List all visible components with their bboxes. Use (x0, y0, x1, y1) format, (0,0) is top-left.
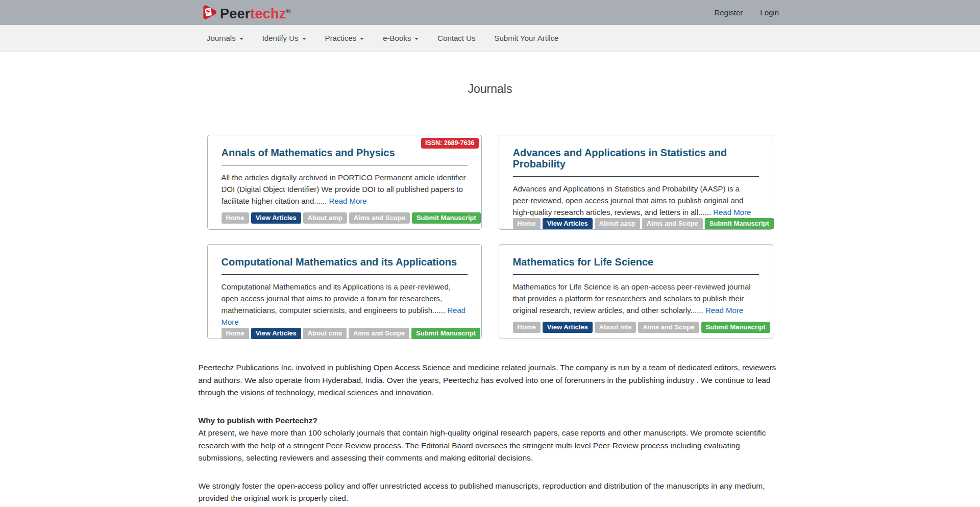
about-journal-button[interactable]: About cma (303, 328, 347, 339)
main-nav: Journals Identify Us Practices e-Books C… (0, 25, 980, 52)
journal-actions: Home View Articles About cma Aims and Sc… (222, 328, 468, 340)
view-articles-button[interactable]: View Articles (543, 218, 593, 229)
submit-manuscript-button[interactable]: Submit Manuscript (411, 328, 480, 339)
nav-ebooks[interactable]: e-Books (383, 34, 419, 42)
nav-submit-your-article[interactable]: Submit Your Artilce (495, 34, 559, 42)
journal-card-grid: ISSN: 2689-7636 Annals of Mathematics an… (207, 135, 773, 339)
home-button[interactable]: Home (222, 212, 249, 224)
about-journal-button[interactable]: About aasp (595, 218, 640, 229)
journal-title-link[interactable]: Annals of Mathematics and Physics (222, 147, 468, 158)
read-more-link[interactable]: Read More (705, 306, 743, 315)
aims-and-scope-button[interactable]: Aims and Scope (349, 328, 409, 339)
journal-description: Computational Mathematics and its Applic… (222, 281, 468, 328)
why-publish-heading: Why to publish with Peertechz? (199, 415, 782, 427)
title-divider (222, 274, 468, 275)
journal-title-link[interactable]: Advances and Applications in Statistics … (513, 147, 759, 170)
chevron-down-icon (414, 38, 419, 40)
journal-description: Advances and Applications in Statistics … (513, 183, 759, 218)
submit-manuscript-button[interactable]: Submit Manuscript (701, 322, 770, 333)
chevron-down-icon (360, 38, 364, 40)
journal-card-mls: Mathematics for Life Science Mathematics… (499, 244, 773, 339)
journal-actions: Home View Articles About mls Aims and Sc… (513, 322, 759, 334)
chevron-down-icon (302, 38, 306, 40)
read-more-link[interactable]: Read More (713, 208, 751, 216)
journal-actions: Home View Articles About aasp Aims and S… (513, 218, 759, 230)
about-journal-button[interactable]: About amp (303, 212, 347, 224)
login-link[interactable]: Login (760, 8, 779, 17)
title-divider (513, 274, 759, 275)
peertechz-logo[interactable]: Peertechz® (201, 3, 290, 22)
nav-journals[interactable]: Journals (207, 34, 243, 42)
view-articles-button[interactable]: View Articles (251, 328, 301, 339)
journal-title-link[interactable]: Computational Mathematics and its Applic… (222, 256, 468, 268)
journal-card-amp: ISSN: 2689-7636 Annals of Mathematics an… (207, 135, 482, 230)
brand-wordmark: Peertechz® (220, 3, 290, 22)
submit-manuscript-button[interactable]: Submit Manuscript (412, 212, 481, 224)
read-more-link[interactable]: Read More (329, 197, 366, 205)
submit-manuscript-button[interactable]: Submit Manuscript (705, 218, 774, 229)
nav-contact-us[interactable]: Contact Us (437, 34, 475, 42)
journal-card-cma: Computational Mathematics and its Applic… (207, 244, 482, 339)
peertechz-logo-icon (201, 3, 217, 20)
chevron-down-icon (239, 38, 243, 40)
view-articles-button[interactable]: View Articles (251, 212, 301, 224)
journal-actions: Home View Articles About amp Aims and Sc… (222, 212, 468, 225)
home-button[interactable]: Home (513, 322, 541, 333)
about-journal-button[interactable]: About mls (595, 322, 636, 333)
journal-card-aasp: Advances and Applications in Statistics … (499, 135, 773, 230)
journal-title-link[interactable]: Mathematics for Life Science (513, 256, 759, 268)
header: Peertechz® Register Login (0, 0, 980, 25)
about-section: Peertechz Publications Inc. involved in … (199, 361, 782, 505)
about-paragraph-2: At present, we have more than 100 schola… (199, 427, 782, 465)
home-button[interactable]: Home (222, 328, 249, 339)
page-title: Journals (0, 82, 980, 96)
about-paragraph-3: We strongly foster the open-access polic… (199, 480, 782, 505)
aims-and-scope-button[interactable]: Aims and Scope (642, 218, 703, 229)
register-link[interactable]: Register (714, 8, 743, 17)
view-articles-button[interactable]: View Articles (543, 322, 593, 333)
journal-description: All the articles digitally archived in P… (222, 172, 468, 207)
issn-badge: ISSN: 2689-7636 (421, 138, 479, 149)
nav-practices[interactable]: Practices (325, 34, 364, 42)
home-button[interactable]: Home (513, 218, 541, 229)
about-paragraph-1: Peertechz Publications Inc. involved in … (199, 361, 782, 399)
aims-and-scope-button[interactable]: Aims and Scope (349, 212, 410, 224)
aims-and-scope-button[interactable]: Aims and Scope (638, 322, 699, 333)
title-divider (222, 165, 468, 165)
nav-identify-us[interactable]: Identify Us (262, 34, 306, 42)
journal-description: Mathematics for Life Science is an open-… (513, 281, 759, 316)
title-divider (513, 176, 759, 177)
